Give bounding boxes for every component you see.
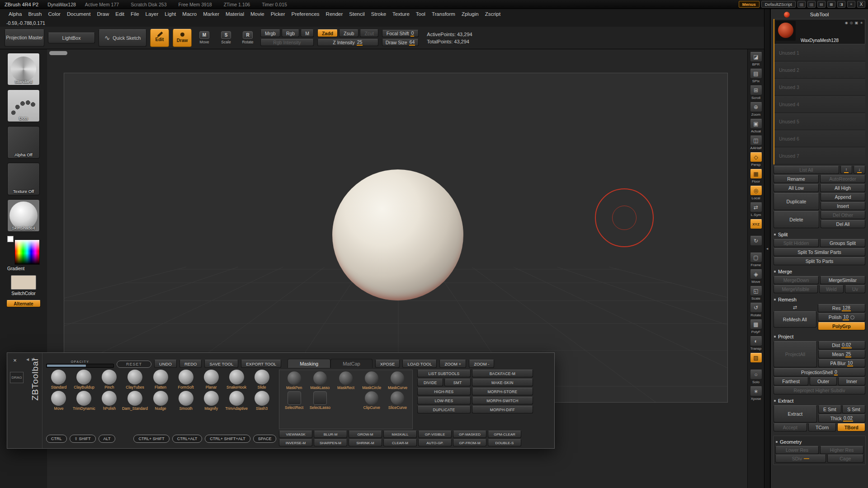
current-brush-well[interactable]: Standard	[7, 53, 40, 85]
smt-button[interactable]: SMT	[444, 379, 470, 386]
modifier-key[interactable]: CTRL+ALT	[172, 435, 203, 443]
extract-section-header[interactable]: Extract	[774, 398, 865, 404]
zsub-button[interactable]: Zsub	[339, 29, 359, 37]
grid-panel-icon[interactable]: ▦	[827, 1, 835, 8]
merge-section-header[interactable]: Merge	[774, 269, 865, 274]
mean-slider[interactable]: Mean 25	[818, 350, 865, 358]
rotate-mode-button[interactable]: R Rotate	[239, 29, 257, 47]
subtool-slot[interactable]: Unused 6	[774, 130, 865, 147]
polish-slider[interactable]: Polish 10	[818, 313, 865, 321]
geometry-section-header[interactable]: Geometry	[776, 439, 863, 445]
mask-tool-item[interactable]: MaskRect	[333, 371, 359, 390]
shelf-item[interactable]: ◫ AAHalf	[750, 136, 762, 150]
brush-item[interactable]: Standard	[46, 370, 71, 389]
sculpt-icon[interactable]: ∗	[860, 21, 863, 25]
sculpt-sphere-mesh[interactable]	[332, 169, 463, 300]
modifier-key[interactable]: CTRL+ SHIFT	[133, 435, 169, 443]
morph-diff-button[interactable]: MORPH-DIFF	[472, 406, 533, 413]
mask-op-button[interactable]: SHARPEN-M	[314, 439, 347, 446]
shelf-item[interactable]: ▣ Actual	[750, 119, 762, 133]
mask-op-button[interactable]: VIEWMASK	[279, 431, 312, 438]
all-low-button[interactable]: All Low	[774, 184, 819, 192]
menu-item[interactable]: Alpha	[5, 10, 25, 18]
menu-item[interactable]: Edit	[112, 10, 127, 18]
subtool-header[interactable]: SubTool	[773, 10, 866, 19]
mask-tool-item[interactable]: ClipCurve	[359, 391, 385, 410]
shelf-item[interactable]: ▤ SPix	[750, 69, 762, 83]
res-slider[interactable]: Res 128	[818, 304, 865, 312]
morph-store-button[interactable]: MORPH-STORE	[472, 388, 533, 395]
menu-item[interactable]: Transform	[429, 10, 458, 18]
del-all-button[interactable]: Del All	[821, 220, 865, 228]
gradient-picker-icon[interactable]	[14, 239, 40, 265]
export-tool-button[interactable]: EXPORT TOOL	[241, 360, 281, 368]
m-button[interactable]: M	[301, 29, 314, 37]
brush-item[interactable]: ClayTubes	[122, 370, 148, 389]
duplicate-tool-button[interactable]: DUPLICATE	[417, 406, 471, 413]
accept-button[interactable]: Accept	[774, 423, 807, 432]
brush-item[interactable]: Slash3	[249, 391, 274, 411]
brush-item[interactable]: Flatten	[148, 370, 173, 389]
shelf-item[interactable]: ▦ Floor	[750, 169, 762, 183]
brush-item[interactable]: hPolish	[97, 391, 122, 411]
brush-item[interactable]: Magnify	[198, 391, 224, 411]
menus-button[interactable]: Menus	[739, 1, 760, 8]
brush-item[interactable]: Pinch	[97, 370, 122, 389]
z-intensity-slider[interactable]: Z Intensity 25	[317, 39, 378, 46]
secondary-color-swatch[interactable]	[11, 275, 36, 290]
alternate-button[interactable]: Alternate	[6, 300, 41, 307]
subtool-slot[interactable]: Unused 4	[774, 96, 865, 113]
subtool-up-button[interactable]: ↑	[840, 166, 852, 174]
project-all-button[interactable]: ProjectAll	[774, 341, 817, 367]
split-to-parts-button[interactable]: Split To Parts	[774, 257, 865, 265]
mask-op-button[interactable]: GPM-CLEAR	[488, 431, 521, 438]
modifier-key[interactable]: CTRL+ SHIFT+ALT	[205, 435, 250, 443]
menu-item[interactable]: Preferences	[288, 10, 323, 18]
cage-button[interactable]: Cage	[827, 455, 863, 463]
thick-slider[interactable]: Thick 0.02	[818, 414, 865, 422]
load-tool-button[interactable]: LOAD TOOL	[402, 360, 437, 368]
mask-op-button[interactable]: AUTO-GP.	[418, 439, 452, 446]
draw-size-slider[interactable]: Draw Size 64	[382, 39, 419, 46]
redo-button[interactable]: REDO	[179, 360, 202, 368]
brush-item[interactable]: Planar	[198, 370, 224, 389]
zoom-out-button[interactable]: ZOOM -	[469, 360, 494, 368]
modifier-key[interactable]: CTRL	[46, 435, 67, 443]
inner-button[interactable]: Inner	[838, 377, 865, 385]
low-res-button[interactable]: LOW-RES	[417, 397, 471, 404]
polish-mode-toggle-icon[interactable]	[850, 315, 854, 319]
shelf-item[interactable]: ▨	[750, 353, 762, 367]
shelf-item[interactable]: ▢ Frame	[750, 253, 762, 267]
menu-item[interactable]: Texture	[389, 10, 413, 18]
mask-tool-item[interactable]: MaskCircle	[359, 371, 385, 390]
menu-lines-icon[interactable]: ≡	[847, 1, 855, 8]
paint-icon[interactable]: ▣	[855, 21, 859, 25]
menu-item[interactable]: Brush	[25, 10, 45, 18]
sdiv-slider[interactable]: SDiv	[775, 455, 826, 463]
lightbox-button[interactable]: LightBox	[48, 33, 95, 43]
menu-item[interactable]: Render	[323, 10, 346, 18]
modifier-key[interactable]: ⇧ SHIFT	[70, 435, 96, 443]
split-hidden-button[interactable]: Split Hidden	[774, 239, 819, 247]
modifier-key[interactable]: SPACE	[253, 435, 277, 443]
append-button[interactable]: Append	[821, 193, 865, 201]
menu-item[interactable]: Draw	[94, 10, 112, 18]
scale-mode-button[interactable]: S Scale	[217, 29, 235, 47]
focal-shift-slider[interactable]: Focal Shift 0	[382, 30, 419, 37]
merge-visible-button[interactable]: MergeVisible	[774, 285, 818, 293]
tab-matcap[interactable]: MatCap	[330, 359, 373, 368]
half-tone-icon[interactable]: ◨	[837, 1, 845, 8]
close-app-button[interactable]: X	[857, 1, 865, 8]
zcut-button[interactable]: Zcut	[360, 29, 378, 37]
current-color-swatch[interactable]	[7, 236, 14, 242]
current-material-well[interactable]: SkinShade4	[7, 199, 40, 232]
insert-button[interactable]: Insert	[821, 202, 865, 210]
delete-button[interactable]: Delete	[774, 211, 819, 228]
shelf-item[interactable]: ▩ PolyF	[750, 319, 762, 334]
divider-bars-icon[interactable]: ||||	[807, 1, 816, 8]
mask-tool-item[interactable]: SelectLasso	[307, 391, 333, 410]
brush-item[interactable]: Move	[46, 391, 71, 411]
swatch-panel-icon[interactable]: ▤	[817, 1, 826, 8]
e-smt-button[interactable]: E Smt	[818, 405, 841, 413]
subtool-slot[interactable]: Unused 1	[774, 44, 865, 61]
